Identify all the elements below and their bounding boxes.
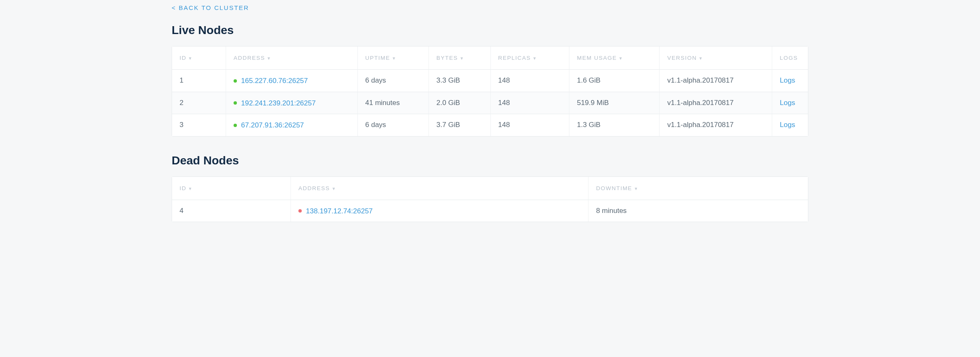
sort-arrow-icon: ▼ (634, 186, 638, 191)
cell-replicas: 148 (491, 92, 570, 115)
cell-uptime: 6 days (358, 70, 429, 92)
logs-link[interactable]: Logs (780, 121, 795, 129)
status-dot-icon (234, 101, 237, 105)
sort-arrow-icon: ▼ (699, 56, 703, 61)
sort-arrow-icon: ▼ (460, 56, 464, 61)
col-header-uptime[interactable]: UPTIME▼ (358, 46, 429, 70)
col-header-address[interactable]: ADDRESS▼ (226, 46, 358, 70)
col-header-label: BYTES (436, 55, 458, 61)
sort-arrow-icon: ▼ (532, 56, 537, 61)
col-header-downtime[interactable]: DOWNTIME▼ (588, 177, 808, 200)
table-row: 1 165.227.60.76:26257 6 days 3.3 GiB 148… (172, 70, 808, 92)
col-header-label: DOWNTIME (596, 185, 632, 191)
col-header-id[interactable]: ID▼ (172, 46, 226, 70)
cell-mem-usage: 1.6 GiB (569, 70, 660, 92)
col-header-bytes[interactable]: BYTES▼ (429, 46, 490, 70)
cell-id: 1 (172, 70, 226, 92)
live-nodes-table: ID▼ ADDRESS▼ UPTIME▼ BYTES▼ REPLICAS▼ ME… (172, 46, 808, 137)
table-header-row: ID▼ ADDRESS▼ UPTIME▼ BYTES▼ REPLICAS▼ ME… (172, 46, 808, 70)
col-header-replicas[interactable]: REPLICAS▼ (491, 46, 570, 70)
cell-id: 2 (172, 92, 226, 115)
cell-address: 138.197.12.74:26257 (291, 200, 588, 222)
cluster-nodes-page: < BACK TO CLUSTER Live Nodes ID▼ ADDRESS… (163, 0, 817, 248)
dead-nodes-body: 4 138.197.12.74:26257 8 minutes (172, 200, 808, 222)
col-header-label: UPTIME (365, 55, 390, 61)
cell-version: v1.1-alpha.20170817 (660, 92, 772, 115)
cell-bytes: 3.7 GiB (429, 114, 490, 136)
cell-uptime: 6 days (358, 114, 429, 136)
sort-arrow-icon: ▼ (188, 56, 193, 61)
col-header-label: ID (180, 55, 187, 61)
cell-bytes: 3.3 GiB (429, 70, 490, 92)
cell-logs: Logs (772, 70, 808, 92)
cell-version: v1.1-alpha.20170817 (660, 114, 772, 136)
dead-nodes-table: ID▼ ADDRESS▼ DOWNTIME▼ 4 138.197.12.74:2… (172, 176, 808, 223)
cell-id: 3 (172, 114, 226, 136)
col-header-label: ID (180, 185, 187, 191)
col-header-label: ADDRESS (298, 185, 330, 191)
cell-uptime: 41 minutes (358, 92, 429, 115)
table-row: 4 138.197.12.74:26257 8 minutes (172, 200, 808, 222)
table-row: 2 192.241.239.201:26257 41 minutes 2.0 G… (172, 92, 808, 115)
cell-address: 192.241.239.201:26257 (226, 92, 358, 115)
cell-downtime: 8 minutes (588, 200, 808, 222)
logs-link[interactable]: Logs (780, 76, 795, 84)
logs-link[interactable]: Logs (780, 99, 795, 107)
cell-replicas: 148 (491, 114, 570, 136)
cell-address: 165.227.60.76:26257 (226, 70, 358, 92)
sort-arrow-icon: ▼ (332, 186, 336, 191)
cell-replicas: 148 (491, 70, 570, 92)
node-address-link[interactable]: 67.207.91.36:26257 (241, 121, 304, 129)
col-header-label: ADDRESS (234, 55, 265, 61)
cell-mem-usage: 1.3 GiB (569, 114, 660, 136)
cell-bytes: 2.0 GiB (429, 92, 490, 115)
node-address-link[interactable]: 192.241.239.201:26257 (241, 99, 316, 107)
cell-id: 4 (172, 200, 291, 222)
col-header-mem-usage[interactable]: MEM USAGE▼ (569, 46, 660, 70)
cell-logs: Logs (772, 114, 808, 136)
col-header-address[interactable]: ADDRESS▼ (291, 177, 588, 200)
sort-arrow-icon: ▼ (392, 56, 396, 61)
status-dot-icon (234, 124, 237, 127)
table-header-row: ID▼ ADDRESS▼ DOWNTIME▼ (172, 177, 808, 200)
live-nodes-body: 1 165.227.60.76:26257 6 days 3.3 GiB 148… (172, 70, 808, 136)
sort-arrow-icon: ▼ (618, 56, 623, 61)
status-dot-icon (298, 209, 302, 213)
col-header-label: REPLICAS (498, 55, 531, 61)
cell-address: 67.207.91.36:26257 (226, 114, 358, 136)
live-nodes-title: Live Nodes (172, 24, 808, 37)
col-header-version[interactable]: VERSION▼ (660, 46, 772, 70)
col-header-label: LOGS (780, 55, 798, 61)
cell-logs: Logs (772, 92, 808, 115)
cell-mem-usage: 519.9 MiB (569, 92, 660, 115)
col-header-label: MEM USAGE (577, 55, 617, 61)
col-header-label: VERSION (667, 55, 697, 61)
sort-arrow-icon: ▼ (267, 56, 271, 61)
cell-version: v1.1-alpha.20170817 (660, 70, 772, 92)
col-header-id[interactable]: ID▼ (172, 177, 291, 200)
node-address-link[interactable]: 138.197.12.74:26257 (306, 207, 373, 215)
node-address-link[interactable]: 165.227.60.76:26257 (241, 77, 308, 85)
dead-nodes-title: Dead Nodes (172, 154, 808, 167)
back-to-cluster-link[interactable]: < BACK TO CLUSTER (172, 4, 249, 11)
table-row: 3 67.207.91.36:26257 6 days 3.7 GiB 148 … (172, 114, 808, 136)
col-header-logs: LOGS (772, 46, 808, 70)
sort-arrow-icon: ▼ (188, 186, 193, 191)
status-dot-icon (234, 79, 237, 83)
